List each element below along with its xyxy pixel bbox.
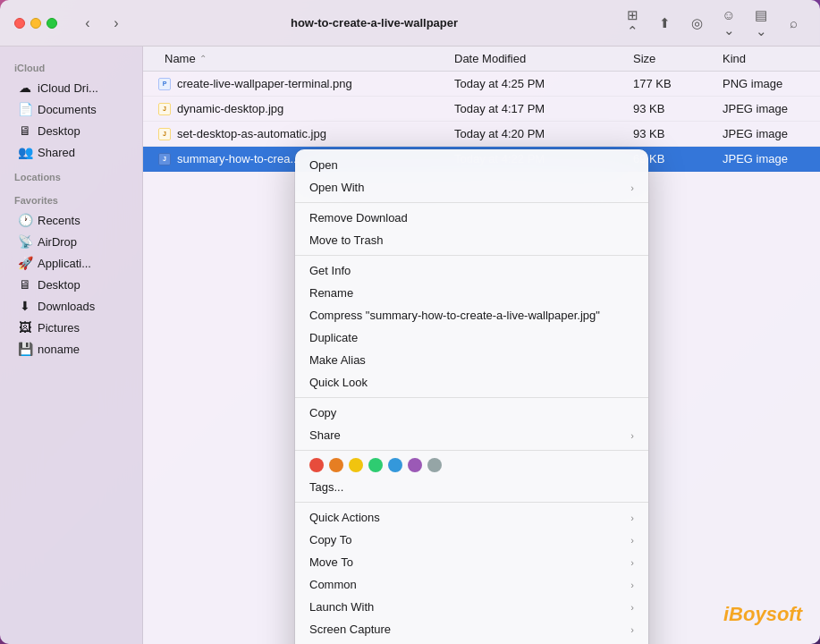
sidebar: iCloud ☁ iCloud Dri... 📄 Documents 🖥 Des… xyxy=(0,47,143,644)
ctx-quick-look[interactable]: Quick Look xyxy=(295,371,648,394)
finder-window: ‹ › how-to-create-a-live-wallpaper ⊞ ⌃ ⬆… xyxy=(0,0,820,644)
tag-orange[interactable] xyxy=(329,458,343,472)
context-menu-overlay: Open Open With › Remove Download Move to… xyxy=(143,47,820,644)
ctx-get-info[interactable]: Get Info xyxy=(295,259,648,282)
ctx-screen-capture-arrow: › xyxy=(630,624,634,635)
ctx-screen-capture[interactable]: Screen Capture › xyxy=(295,618,648,640)
share-button[interactable]: ⬆ xyxy=(652,11,677,36)
sidebar-item-downloads-label: Downloads xyxy=(38,300,95,313)
sidebar-item-desktop[interactable]: 🖥 Desktop xyxy=(4,120,139,141)
sidebar-item-airdrop-label: AirDrop xyxy=(38,235,77,249)
traffic-lights xyxy=(14,18,57,29)
ctx-screen-capture-label: Screen Capture xyxy=(309,623,391,636)
ctx-separator-2 xyxy=(295,255,648,256)
ctx-tags[interactable]: Tags... xyxy=(295,476,648,498)
ctx-copy[interactable]: Copy xyxy=(295,402,648,424)
ctx-quick-actions-label: Quick Actions xyxy=(309,511,380,524)
ctx-move-to-label: Move To xyxy=(309,555,353,569)
ctx-duplicate[interactable]: Duplicate xyxy=(295,326,648,349)
maximize-button[interactable] xyxy=(46,18,57,29)
ctx-launch-with[interactable]: Launch With › xyxy=(295,596,648,618)
tag-button[interactable]: ◎ xyxy=(684,11,709,36)
tag-green[interactable] xyxy=(368,458,383,472)
sidebar-item-pictures[interactable]: 🖼 Pictures xyxy=(4,317,139,338)
close-button[interactable] xyxy=(14,18,25,29)
window-title: how-to-create-a-live-wallpaper xyxy=(139,16,609,30)
sidebar-section-icloud: iCloud xyxy=(0,54,142,77)
back-button[interactable]: ‹ xyxy=(75,11,100,36)
desktop-fav-icon: 🖥 xyxy=(18,277,32,292)
applications-icon: 🚀 xyxy=(18,256,32,270)
ctx-common-label: Common xyxy=(309,578,357,591)
ctx-remove-download[interactable]: Remove Download xyxy=(295,207,648,229)
ctx-launch-with-arrow: › xyxy=(630,602,634,613)
sidebar-item-recents[interactable]: 🕐 Recents xyxy=(4,209,139,231)
forward-button[interactable]: › xyxy=(104,11,129,36)
sidebar-item-downloads[interactable]: ⬇ Downloads xyxy=(4,295,139,317)
sidebar-item-icloud-drive[interactable]: ☁ iCloud Dri... xyxy=(4,77,139,98)
ctx-copy-to[interactable]: Copy To › xyxy=(295,529,648,551)
ctx-separator-3 xyxy=(295,397,648,398)
sidebar-toggle-button[interactable]: ▤ ⌄ xyxy=(748,11,774,36)
tag-purple[interactable] xyxy=(408,458,422,472)
sidebar-item-documents-label: Documents xyxy=(38,103,97,116)
sidebar-section-favorites: Favorites xyxy=(0,186,142,209)
sidebar-item-desktop-label: Desktop xyxy=(38,124,80,138)
nav-buttons: ‹ › xyxy=(75,11,129,36)
ctx-compress-label: Compress "summary-how-to-create-a-live-w… xyxy=(309,309,600,322)
ctx-open[interactable]: Open xyxy=(295,154,648,176)
tag-yellow[interactable] xyxy=(349,458,363,472)
ctx-remove-download-label: Remove Download xyxy=(309,211,408,225)
ctx-rename[interactable]: Rename xyxy=(295,282,648,304)
ctx-share[interactable]: Share › xyxy=(295,424,648,446)
tag-red[interactable] xyxy=(309,458,324,472)
sidebar-item-shared[interactable]: 👥 Shared xyxy=(4,141,139,163)
ctx-quick-actions-arrow: › xyxy=(630,513,634,523)
ctx-compress[interactable]: Compress "summary-how-to-create-a-live-w… xyxy=(295,304,648,326)
search-button[interactable]: ⌕ xyxy=(781,11,806,36)
ctx-quick-look-label: Quick Look xyxy=(309,376,368,389)
sidebar-section-locations: Locations xyxy=(0,163,142,186)
ctx-open-with-label: Open With xyxy=(309,181,364,194)
ctx-get-info-label: Get Info xyxy=(309,264,351,277)
ctx-rename-label: Rename xyxy=(309,286,353,300)
noname-icon: 💾 xyxy=(18,342,32,356)
ctx-open-label: Open xyxy=(309,158,338,172)
ctx-make-alias[interactable]: Make Alias xyxy=(295,349,648,371)
sidebar-item-desktop-fav[interactable]: 🖥 Desktop xyxy=(4,274,139,295)
tag-gray[interactable] xyxy=(427,458,442,472)
shared-icon: 👥 xyxy=(18,145,32,159)
ctx-copy-to-arrow: › xyxy=(630,535,634,546)
ctx-open-with-arrow: › xyxy=(630,182,634,193)
ctx-quick-actions[interactable]: Quick Actions › xyxy=(295,506,648,529)
ctx-open-with[interactable]: Open With › xyxy=(295,176,648,199)
sidebar-item-airdrop[interactable]: 📡 AirDrop xyxy=(4,231,139,252)
ctx-common[interactable]: Common › xyxy=(295,573,648,596)
sidebar-item-noname-label: noname xyxy=(38,343,80,356)
minimize-button[interactable] xyxy=(30,18,41,29)
recents-icon: 🕐 xyxy=(18,213,32,227)
documents-icon: 📄 xyxy=(18,102,32,116)
sidebar-item-noname[interactable]: 💾 noname xyxy=(4,338,139,360)
tag-blue[interactable] xyxy=(388,458,402,472)
desktop-icon: 🖥 xyxy=(18,123,32,138)
ctx-tags-row xyxy=(295,454,648,476)
ctx-share-label: Share xyxy=(309,428,341,442)
sidebar-item-applications-label: Applicati... xyxy=(38,257,91,270)
ctx-move-to-arrow: › xyxy=(630,557,634,568)
ctx-move-to-trash[interactable]: Move to Trash xyxy=(295,229,648,251)
sidebar-item-documents[interactable]: 📄 Documents xyxy=(4,98,139,120)
main-content: iCloud ☁ iCloud Dri... 📄 Documents 🖥 Des… xyxy=(0,47,820,644)
sidebar-item-icloud-drive-label: iCloud Dri... xyxy=(38,81,98,95)
ctx-common-arrow: › xyxy=(630,580,634,590)
airdrop-icon: 📡 xyxy=(18,234,32,249)
more-options-button[interactable]: ☺ ⌄ xyxy=(716,11,741,36)
sidebar-item-desktop-fav-label: Desktop xyxy=(38,278,80,292)
ctx-separator-5 xyxy=(295,502,648,503)
ctx-tags-label: Tags... xyxy=(309,480,343,494)
ctx-move-to[interactable]: Move To › xyxy=(295,551,648,573)
downloads-icon: ⬇ xyxy=(18,299,32,313)
sidebar-item-applications[interactable]: 🚀 Applicati... xyxy=(4,252,139,274)
toolbar: ‹ › how-to-create-a-live-wallpaper ⊞ ⌃ ⬆… xyxy=(0,0,820,47)
view-options-button[interactable]: ⊞ ⌃ xyxy=(620,11,645,36)
